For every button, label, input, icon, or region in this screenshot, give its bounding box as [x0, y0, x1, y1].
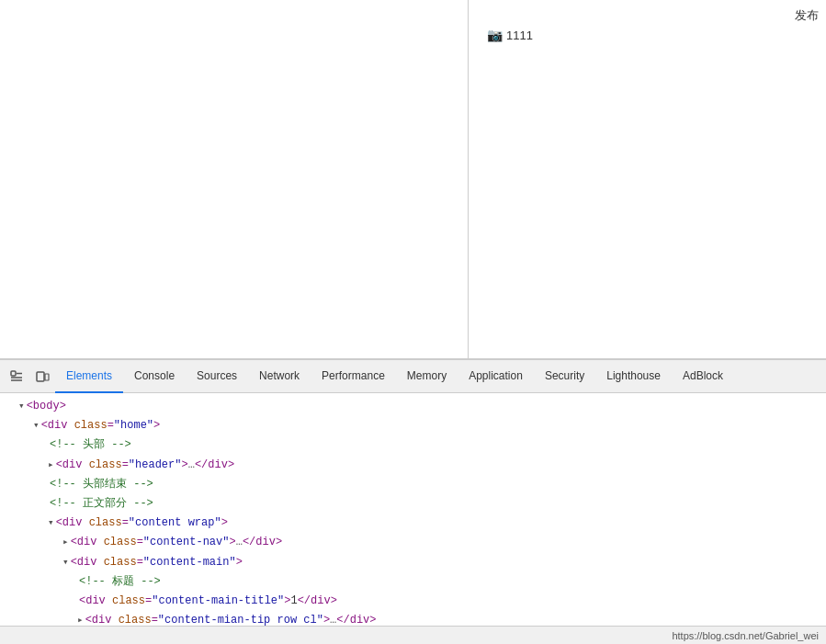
html-line-content-mian-tip[interactable]: <div class="content-mian-tip row cl">…</…	[0, 611, 826, 626]
html-line-header[interactable]: <div class="header">…</div>	[0, 456, 826, 475]
tab-console[interactable]: Console	[123, 360, 186, 393]
device-toolbar-button[interactable]	[29, 364, 55, 390]
tab-network[interactable]: Network	[248, 360, 311, 393]
elements-panel-content: <body> <div class="home"> <!-- 头部 --> <d…	[0, 393, 826, 626]
html-line-home[interactable]: <div class="home">	[0, 416, 826, 435]
arrow-content-mian-tip[interactable]	[77, 613, 84, 626]
tab-memory[interactable]: Memory	[396, 360, 458, 393]
broken-image-container: 📷 1111	[487, 28, 533, 42]
arrow-home[interactable]	[33, 418, 40, 435]
tab-application[interactable]: Application	[458, 360, 534, 393]
tab-sources[interactable]: Sources	[186, 360, 248, 393]
svg-rect-4	[37, 372, 44, 381]
inspect-element-button[interactable]	[4, 364, 29, 390]
page-content: 📷 1111	[0, 0, 826, 358]
devtools-panel: Elements Console Sources Network Perform…	[0, 359, 826, 644]
tab-performance[interactable]: Performance	[311, 360, 396, 393]
tab-adblock[interactable]: AdBlock	[672, 360, 734, 393]
html-line-comment-content[interactable]: <!-- 正文部分 -->	[0, 494, 826, 514]
html-line-content-nav[interactable]: <div class="content-nav">…</div>	[0, 533, 826, 552]
html-line-content-wrap[interactable]: <div class="content wrap">	[0, 514, 826, 533]
tab-security[interactable]: Security	[534, 360, 595, 393]
broken-image-label: 1111	[506, 28, 533, 42]
html-line-comment-title[interactable]: <!-- 标题 -->	[0, 572, 826, 592]
arrow-body[interactable]	[18, 399, 25, 415]
arrow-content-nav[interactable]	[62, 535, 69, 551]
devtools-statusbar: https://blog.csdn.net/Gabriel_wei	[0, 626, 826, 644]
html-line-content-main-title[interactable]: <div class="content-main-title">1</div>	[0, 592, 826, 611]
svg-rect-5	[45, 374, 49, 380]
publish-button[interactable]: 发布	[795, 7, 819, 24]
right-panel: 📷 1111	[469, 0, 826, 358]
html-line-body[interactable]: <body>	[0, 397, 826, 416]
arrow-header[interactable]	[48, 458, 54, 474]
tab-elements[interactable]: Elements	[55, 360, 123, 393]
left-panel	[0, 0, 469, 358]
status-url: https://blog.csdn.net/Gabriel_wei	[672, 630, 819, 641]
arrow-content-main[interactable]	[62, 555, 69, 571]
svg-rect-0	[11, 371, 16, 376]
html-line-comment-header[interactable]: <!-- 头部 -->	[0, 435, 826, 455]
devtools-tabbar: Elements Console Sources Network Perform…	[0, 360, 826, 393]
html-line-content-main[interactable]: <div class="content-main">	[0, 553, 826, 572]
broken-image-icon: 📷	[487, 28, 503, 42]
html-line-comment-header-end[interactable]: <!-- 头部结束 -->	[0, 475, 826, 494]
browser-viewport: 发布 📷 1111	[0, 0, 826, 359]
tab-lighthouse[interactable]: Lighthouse	[595, 360, 672, 393]
arrow-content-wrap[interactable]	[48, 515, 54, 532]
